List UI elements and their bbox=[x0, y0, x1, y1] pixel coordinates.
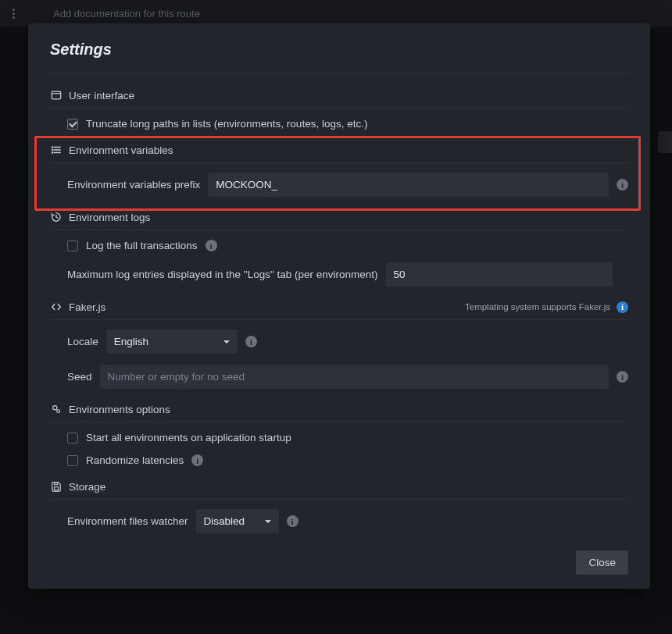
watcher-value: Disabled bbox=[204, 515, 245, 527]
truncate-row: Truncate long paths in lists (environmen… bbox=[67, 118, 628, 130]
section-header-env-options: Environments options bbox=[50, 403, 628, 422]
env-prefix-input[interactable] bbox=[208, 173, 609, 197]
svg-point-6 bbox=[52, 149, 52, 150]
section-header-storage: Storage bbox=[50, 480, 628, 500]
env-prefix-row: Environment variables prefix i bbox=[67, 173, 628, 197]
modal-title: Settings bbox=[50, 41, 628, 73]
drag-handle-icon bbox=[13, 9, 22, 19]
svg-point-7 bbox=[52, 152, 52, 153]
modal-footer: Close bbox=[50, 550, 628, 575]
svg-rect-10 bbox=[54, 487, 58, 490]
info-icon[interactable]: i bbox=[191, 454, 203, 466]
truncate-label: Truncate long paths in lists (environmen… bbox=[86, 118, 367, 130]
svg-point-8 bbox=[53, 406, 57, 410]
info-icon[interactable]: i bbox=[617, 301, 628, 313]
randomize-row: Randomize latencies i bbox=[67, 454, 628, 466]
log-full-row: Log the full transactions i bbox=[67, 240, 628, 251]
chevron-down-icon bbox=[223, 340, 230, 344]
list-icon bbox=[50, 144, 63, 156]
info-icon[interactable]: i bbox=[287, 515, 298, 527]
section-user-interface: User interface Truncate long paths in li… bbox=[50, 89, 628, 133]
locale-value: English bbox=[114, 336, 148, 347]
svg-point-5 bbox=[52, 147, 52, 148]
info-icon[interactable]: i bbox=[617, 371, 628, 383]
section-title-ui: User interface bbox=[69, 90, 134, 102]
truncate-checkbox[interactable] bbox=[67, 119, 78, 130]
chevron-down-icon bbox=[265, 520, 271, 523]
section-title-faker: Faker.js bbox=[69, 301, 105, 313]
max-logs-input[interactable] bbox=[386, 262, 613, 287]
log-full-label: Log the full transactions bbox=[86, 240, 198, 251]
start-all-row: Start all environments on application st… bbox=[67, 432, 628, 443]
background-toolbar: Add documentation for this route bbox=[0, 0, 672, 27]
log-full-checkbox[interactable] bbox=[67, 240, 78, 251]
max-logs-label: Maximum log entries displayed in the "Lo… bbox=[67, 269, 378, 280]
bg-doc-placeholder: Add documentation for this route bbox=[53, 8, 200, 20]
randomize-checkbox[interactable] bbox=[67, 455, 78, 466]
section-header-env-vars: Environment variables bbox=[50, 144, 628, 163]
watcher-select[interactable]: Disabled bbox=[196, 509, 279, 533]
watcher-label: Environment files watcher bbox=[67, 515, 188, 527]
locale-select[interactable]: English bbox=[106, 329, 238, 354]
section-header-faker: Faker.js Templating system supports Fake… bbox=[50, 301, 628, 320]
window-icon bbox=[50, 89, 63, 102]
locale-row: Locale English i bbox=[67, 329, 628, 354]
svg-rect-11 bbox=[54, 483, 57, 485]
section-env-logs: Environment logs Log the full transactio… bbox=[50, 211, 628, 290]
info-icon[interactable]: i bbox=[206, 240, 217, 251]
env-prefix-label: Environment variables prefix bbox=[67, 179, 200, 191]
section-faker: Faker.js Templating system supports Fake… bbox=[50, 301, 628, 392]
seed-input[interactable] bbox=[100, 365, 609, 389]
start-all-checkbox[interactable] bbox=[67, 433, 78, 443]
info-icon[interactable]: i bbox=[245, 336, 257, 347]
watcher-row: Environment files watcher Disabled i bbox=[67, 509, 628, 533]
section-header-env-logs: Environment logs bbox=[50, 211, 628, 230]
settings-modal: Settings User interface Truncate long pa… bbox=[28, 23, 650, 589]
svg-rect-0 bbox=[52, 91, 60, 99]
section-title-env-options: Environments options bbox=[69, 404, 170, 415]
save-icon bbox=[50, 480, 63, 493]
section-title-env-vars: Environment variables bbox=[69, 144, 173, 156]
section-header-ui: User interface bbox=[50, 89, 628, 109]
section-title-storage: Storage bbox=[69, 481, 105, 493]
seed-row: Seed i bbox=[67, 365, 628, 389]
bg-dropdown-stub bbox=[658, 131, 672, 153]
randomize-label: Randomize latencies bbox=[86, 454, 184, 466]
svg-point-9 bbox=[57, 410, 60, 413]
section-env-options: Environments options Start all environme… bbox=[50, 403, 628, 469]
locale-label: Locale bbox=[67, 336, 98, 347]
info-icon[interactable]: i bbox=[617, 179, 628, 191]
section-env-vars: Environment variables Environment variab… bbox=[50, 144, 628, 200]
start-all-label: Start all environments on application st… bbox=[86, 432, 291, 443]
section-storage: Storage Environment files watcher Disabl… bbox=[50, 480, 628, 536]
history-icon bbox=[50, 211, 63, 223]
faker-hint: Templating system supports Faker.js bbox=[465, 302, 610, 312]
code-icon bbox=[50, 301, 63, 313]
seed-label: Seed bbox=[67, 371, 92, 383]
max-logs-row: Maximum log entries displayed in the "Lo… bbox=[67, 262, 628, 287]
gears-icon bbox=[50, 403, 63, 415]
close-button[interactable]: Close bbox=[576, 550, 628, 575]
section-title-env-logs: Environment logs bbox=[69, 212, 150, 223]
